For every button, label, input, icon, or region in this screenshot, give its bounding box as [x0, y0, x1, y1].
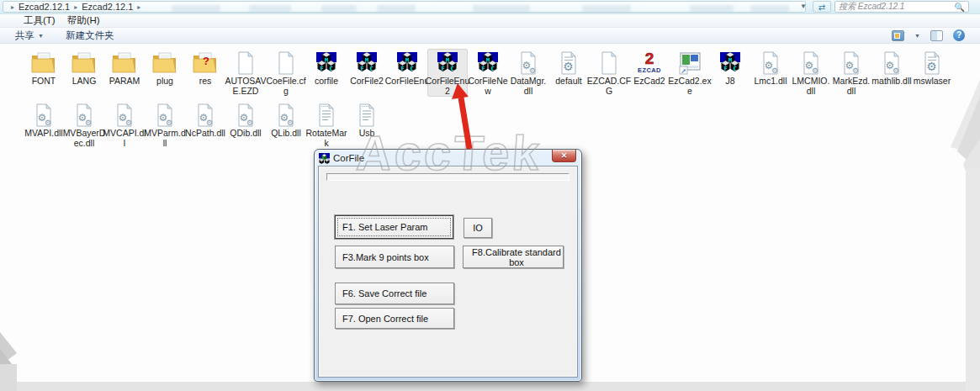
file-label: mswlaser [914, 77, 951, 87]
file-item[interactable]: plug [145, 49, 185, 97]
file-item[interactable]: LANG [64, 49, 104, 97]
file-label: MVBayerDec.dll [63, 129, 106, 148]
folder-icon [152, 50, 177, 76]
svg-text:F: F [320, 66, 323, 72]
file-row-1: FONTLANGPARAMplug?resAUTOSAVE.EZDCoeFile… [24, 49, 952, 97]
file-item[interactable]: ⚙⚙mathlib.dll [871, 49, 912, 97]
svg-text:C: C [329, 66, 332, 72]
file-item[interactable]: PARAM [104, 49, 145, 97]
svg-text:⚙: ⚙ [45, 119, 51, 127]
file-item[interactable]: ⚙⚙MVAPI.dll [24, 101, 64, 149]
file-label: LMCMIO.dll [792, 77, 830, 96]
search-input[interactable]: 搜索 Ezcad2.12.1 🔍 [834, 1, 969, 13]
menu-tools[interactable]: 工具(T) [24, 14, 56, 27]
file-item[interactable]: ⚙⚙MVBayerDec.dll [64, 101, 104, 149]
svg-text:⚙: ⚙ [85, 119, 92, 127]
file-item[interactable]: MFCJ8 [710, 49, 750, 97]
io-button[interactable]: IO [464, 218, 492, 238]
file-item[interactable]: ?res [185, 49, 225, 97]
svg-text:F: F [360, 66, 363, 72]
file-item[interactable]: ⚙⚙MVParm.dll [145, 101, 185, 149]
file-item[interactable]: AUTOSAVE.EZD [225, 49, 266, 97]
file-item[interactable]: ⚙mswlaser [912, 49, 952, 97]
file-item[interactable]: MFCCorFileEnu2 [427, 49, 468, 97]
redacted-region [377, 5, 416, 12]
close-button[interactable]: ✕ [552, 150, 576, 162]
file-item[interactable]: ⚙⚙DataMgr.dll [508, 49, 548, 97]
svg-text:⚙: ⚙ [125, 119, 132, 127]
change-view-icon[interactable] [892, 30, 904, 41]
file-item[interactable]: ⚙⚙Lmc1.dll [750, 49, 791, 97]
file-item[interactable]: MFCCorFile2 [347, 49, 387, 97]
svg-text:C: C [369, 66, 373, 72]
mfc-icon: MFC [718, 50, 743, 76]
redacted-region [750, 5, 789, 12]
svg-text:⚙: ⚙ [166, 119, 172, 127]
file-item[interactable]: ⚙⚙QLib.dll [266, 101, 306, 149]
folder-icon [31, 50, 56, 76]
file-label: EzCad2 [633, 77, 665, 87]
file-label: QLib.dll [271, 129, 301, 139]
dll-icon: ⚙⚙ [273, 103, 299, 128]
file-label: corfile [315, 77, 338, 87]
file-item[interactable]: CoeFile.cfg [266, 49, 306, 97]
file-label: FONT [32, 77, 56, 87]
caret-down-icon[interactable]: ▼ [914, 33, 920, 39]
mfc-icon: MFC [435, 50, 460, 76]
dialog-titlebar[interactable]: CorFile [319, 151, 577, 165]
search-placeholder: 搜索 Ezcad2.12.1 [839, 1, 904, 13]
file-item[interactable]: ⚙⚙MarkEzd.dll [831, 49, 871, 97]
mfc-icon: MFC [475, 50, 501, 76]
file-item[interactable]: 2EZCADEzCad2 [629, 49, 670, 97]
file-item[interactable]: ➚EzCad2.exe [670, 49, 710, 97]
svg-text:F: F [723, 66, 727, 72]
set-laser-param-button[interactable]: F1. Set Laser Param [335, 215, 453, 239]
calibrate-standard-box-button[interactable]: F8.Calibrate standard box [463, 246, 564, 268]
preview-pane-icon[interactable] [930, 30, 943, 41]
file-item[interactable]: MFCCorFileNew [468, 49, 508, 97]
file-item[interactable]: MFCcorfile [306, 49, 347, 97]
file-item[interactable]: ⚙default [548, 49, 589, 97]
file-item[interactable]: EZCAD.CFG [589, 49, 629, 97]
file-item[interactable]: RotateMark [306, 101, 347, 149]
file-item[interactable]: FONT [24, 49, 64, 97]
open-correct-file-button[interactable]: F7. Open Correct file [335, 308, 454, 329]
file-item[interactable]: ⚙⚙NcPath.dll [185, 101, 225, 149]
mfc-icon: MFC [314, 50, 339, 76]
svg-text:⚙: ⚙ [926, 60, 937, 73]
chevron-icon [11, 3, 14, 11]
address-dropdown-icon[interactable]: ▼ [797, 2, 809, 12]
svg-text:F: F [400, 66, 404, 72]
refresh-icon[interactable]: ⇄ [813, 1, 831, 13]
redacted-region [172, 5, 220, 12]
address-breadcrumb[interactable]: Ezcad2.12.1 Ezcad2.12.1 [3, 1, 806, 13]
mfc-icon: MFC [395, 50, 420, 76]
dll-icon: ⚙⚙ [31, 103, 56, 128]
new-folder-button[interactable]: 新建文件夹 [66, 29, 114, 42]
file-label: EzCad2.exe [668, 77, 711, 96]
breadcrumb-segment-1[interactable]: Ezcad2.12.1 [19, 2, 70, 12]
save-correct-file-button[interactable]: F6. Save Correct file [335, 283, 454, 304]
svg-text:⚙: ⚙ [893, 66, 899, 75]
file-item[interactable]: MFCCorFileEnu [387, 49, 427, 97]
menu-help[interactable]: 帮助(H) [67, 14, 100, 27]
breadcrumb-segment-2[interactable]: Ezcad2.12.1 [82, 2, 133, 12]
file-item[interactable]: ⚙⚙MVCAPI.dll [104, 101, 145, 149]
svg-text:⚙: ⚙ [852, 66, 859, 75]
dll-icon: ⚙⚙ [72, 103, 97, 128]
dll-icon: ⚙⚙ [798, 50, 824, 76]
file-item[interactable]: Usb [347, 101, 387, 149]
help-icon[interactable]: ? [953, 29, 965, 41]
file-label: MVParm.dll [144, 129, 186, 148]
svg-text:F: F [481, 66, 485, 72]
dll-icon: ⚙⚙ [516, 50, 541, 76]
svg-text:F: F [441, 66, 444, 72]
redacted-region [473, 5, 530, 12]
ezcad-icon: 2EZCAD [637, 50, 662, 76]
share-button[interactable]: 共享 ▼ [15, 29, 44, 42]
file-item[interactable]: ⚙⚙QDib.dll [225, 101, 266, 149]
svg-text:C: C [733, 66, 736, 72]
mark-9-points-box-button[interactable]: F3.Mark 9 points box [335, 246, 454, 268]
file-label: LANG [72, 77, 97, 87]
file-item[interactable]: ⚙⚙LMCMIO.dll [791, 49, 831, 97]
